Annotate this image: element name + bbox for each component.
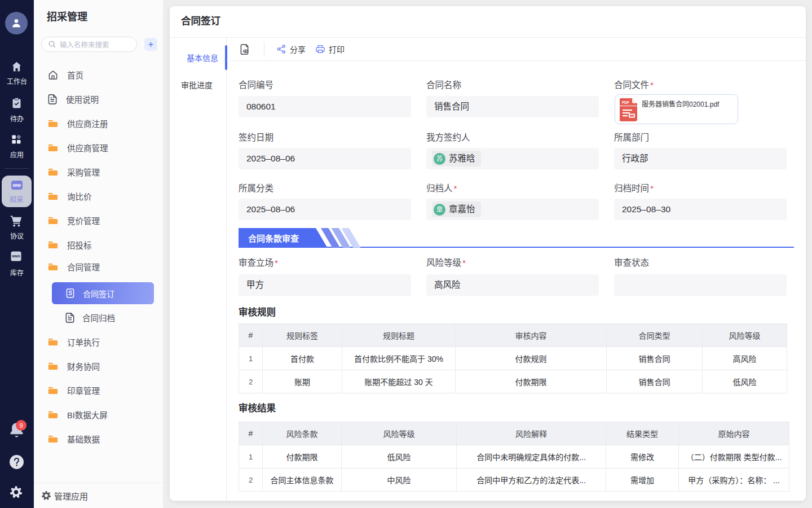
svg-text:PDF: PDF — [622, 100, 629, 104]
svg-text:WMS: WMS — [12, 255, 20, 258]
